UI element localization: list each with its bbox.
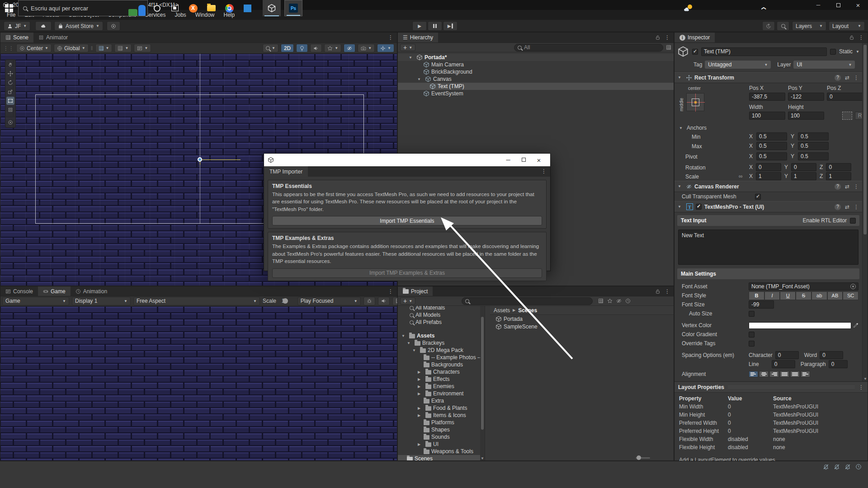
hierarchy-search-input[interactable]: All: [514, 44, 663, 52]
thumbnail-size-slider[interactable]: [636, 457, 650, 459]
scene-camera-dropdown[interactable]: ▼: [358, 44, 375, 52]
file-samplescene[interactable]: SampleScene: [490, 323, 674, 330]
tmp-header[interactable]: ▼ T TextMeshPro - Text (UI) ?⇄⋮: [675, 201, 862, 212]
anchor-max-y-field[interactable]: 0.5: [798, 142, 829, 150]
width-field[interactable]: 100: [749, 112, 785, 120]
eyedropper-icon[interactable]: [853, 323, 859, 328]
taskbar-chrome[interactable]: [220, 0, 238, 16]
scale-z-field[interactable]: 1: [826, 172, 851, 180]
link-scale-icon[interactable]: ∞: [739, 173, 743, 179]
scene-effects-dropdown[interactable]: ▼: [324, 44, 341, 52]
scroll-down-icon[interactable]: ▼: [481, 456, 484, 460]
maximize-button[interactable]: [828, 0, 848, 10]
display-dropdown[interactable]: Display 1▼: [72, 297, 131, 305]
play-focused-dropdown[interactable]: Play Focused▼: [297, 297, 361, 305]
package-manager-button[interactable]: [107, 21, 120, 31]
taskbar-vscode[interactable]: [238, 0, 256, 16]
account-button[interactable]: JF▼: [4, 21, 30, 31]
foldout-open-icon[interactable]: ▼: [678, 75, 684, 80]
tab-game[interactable]: Game: [38, 286, 71, 296]
tree-item[interactable]: ▶Effects: [398, 375, 485, 383]
taskbar-unity[interactable]: [263, 0, 281, 16]
scene-lighting-toggle[interactable]: [296, 44, 308, 52]
notifications-muted-icon[interactable]: [823, 464, 829, 470]
auto-size-checkbox[interactable]: [749, 311, 755, 317]
tree-item-scenes-selected[interactable]: Scenes: [398, 455, 485, 460]
start-button[interactable]: [0, 0, 18, 16]
tab-scene[interactable]: Scene: [0, 33, 33, 42]
align-left-button[interactable]: [749, 371, 758, 377]
hierarchy-item[interactable]: Main Camera: [398, 61, 674, 68]
object-picker-icon[interactable]: [850, 284, 856, 289]
tag-dropdown[interactable]: Untagged▼: [705, 61, 771, 69]
override-tags-checkbox[interactable]: [749, 341, 755, 347]
scene-menu-icon[interactable]: ⋮: [388, 34, 393, 41]
component-menu-icon[interactable]: ⋮: [854, 75, 859, 81]
foldout-open-icon[interactable]: ▼: [417, 77, 423, 81]
taskbar-xampp[interactable]: X: [184, 0, 202, 16]
save-search-icon[interactable]: [625, 298, 631, 304]
tmp-enabled-checkbox[interactable]: [696, 204, 702, 210]
search-by-type-icon[interactable]: [598, 298, 604, 304]
align-center-button[interactable]: [759, 371, 769, 377]
presets-icon[interactable]: ⇄: [845, 75, 849, 81]
vertex-color-swatch[interactable]: [749, 322, 851, 329]
scene-picker-icon[interactable]: [666, 45, 671, 50]
color-gradient-checkbox[interactable]: [749, 332, 755, 338]
tab-animator[interactable]: Animator: [33, 33, 73, 42]
tool-handle-pivot-dropdown[interactable]: Center▼: [16, 44, 52, 52]
blueprint-mode-button[interactable]: [842, 112, 852, 120]
inspector-menu-icon[interactable]: ⋮: [859, 34, 864, 41]
font-asset-field[interactable]: None (TMP_Font Asset): [749, 282, 859, 291]
layers-dropdown[interactable]: Layers▼: [792, 21, 826, 31]
align-justify-button[interactable]: [780, 371, 789, 377]
tab-hierarchy[interactable]: ☰ Hierarchy: [398, 33, 438, 42]
step-button[interactable]: ▶: [443, 21, 458, 31]
rtl-checkbox[interactable]: [850, 218, 856, 224]
anchor-preset-button[interactable]: [686, 93, 704, 111]
pivot-x-field[interactable]: 0.5: [756, 152, 787, 160]
layout-properties-menu-icon[interactable]: ⋮: [859, 384, 864, 390]
foldout-open-icon[interactable]: ▼: [409, 56, 415, 60]
search-by-label-icon[interactable]: [607, 298, 613, 304]
canvas-renderer-header[interactable]: ▼ Canvas Renderer ?⇄⋮: [675, 181, 862, 192]
rect-transform-header[interactable]: ▼ Rect Transform ? ⇄ ⋮: [675, 72, 862, 83]
lock-icon[interactable]: [655, 289, 660, 294]
undo-history-button[interactable]: [762, 21, 775, 31]
scene-visibility-toggle[interactable]: [344, 44, 355, 52]
transform-tool[interactable]: [6, 106, 14, 114]
style-underline-button[interactable]: U: [780, 291, 796, 300]
game-menu-icon[interactable]: ⋮: [388, 288, 393, 295]
pause-button[interactable]: [428, 21, 442, 31]
lock-icon[interactable]: [849, 35, 854, 40]
project-search-input[interactable]: [462, 297, 593, 305]
tree-item[interactable]: ▶Items & Icons: [398, 412, 485, 419]
hand-tool[interactable]: [6, 61, 14, 69]
tree-item[interactable]: ▼Brackeys: [398, 339, 485, 347]
rotate-tool[interactable]: [6, 79, 14, 87]
taskbar-photoshop[interactable]: Ps: [284, 0, 302, 16]
tree-item[interactable]: ▶Food & Plants: [398, 404, 485, 412]
word-spacing-field[interactable]: 0: [820, 351, 843, 359]
grid-snap-toggle[interactable]: ▼: [95, 44, 113, 52]
style-italic-button[interactable]: I: [764, 291, 780, 300]
tab-console[interactable]: Console: [0, 286, 38, 296]
asset-store-button[interactable]: Asset Store▼: [54, 21, 103, 31]
tab-inspector[interactable]: i Inspector: [675, 33, 715, 42]
mute-audio-toggle[interactable]: [378, 297, 390, 305]
style-smallcaps-button[interactable]: SC: [843, 291, 859, 300]
breadcrumb-scenes[interactable]: Scenes: [518, 307, 537, 314]
pivot-handle[interactable]: [198, 157, 202, 162]
anchor-min-y-field[interactable]: 0.5: [798, 132, 829, 141]
hierarchy-add-button[interactable]: +▼: [400, 44, 415, 51]
tree-item[interactable]: ▶Characters: [398, 368, 485, 375]
import-tmp-essentials-button[interactable]: Import TMP Essentials: [272, 216, 542, 225]
align-flush-button[interactable]: [790, 371, 800, 377]
height-field[interactable]: 100: [788, 112, 824, 120]
text-input-area[interactable]: New Text: [678, 230, 859, 265]
scene-search-dropdown[interactable]: ▼: [263, 44, 278, 52]
text-input-bar[interactable]: Text Input Enable RTL Editor: [677, 215, 859, 226]
active-checkbox[interactable]: [692, 49, 698, 55]
style-strikethrough-button[interactable]: S: [796, 291, 811, 300]
rect-tool[interactable]: [6, 97, 14, 105]
